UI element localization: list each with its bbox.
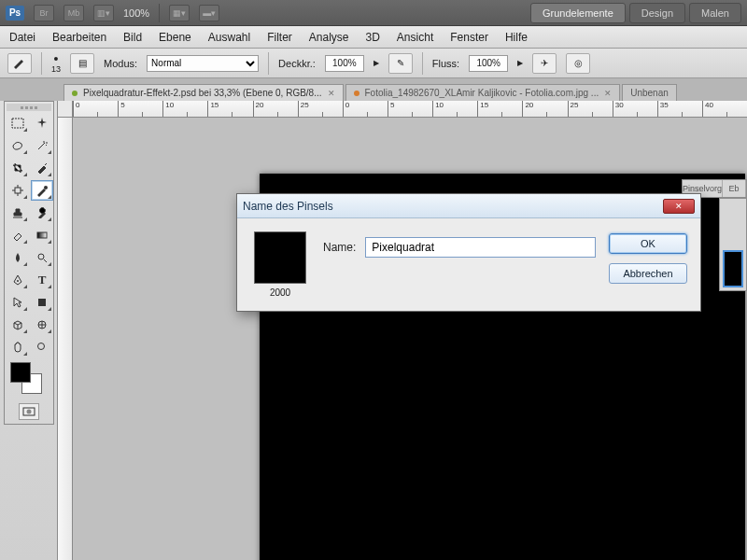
ruler-tick: 0 <box>73 101 118 117</box>
doc-tab-2[interactable]: Fotolia_14982670_XLAmir Kaljikovic - Fot… <box>345 84 621 101</box>
menu-ansicht[interactable]: Ansicht <box>397 31 433 44</box>
svg-point-5 <box>17 280 19 282</box>
document-tabs: Pixelquadratur-Effekt-2.psd bei 33,3% (E… <box>0 78 747 101</box>
menu-datei[interactable]: Datei <box>9 31 35 44</box>
cancel-button[interactable]: Abbrechen <box>609 263 687 284</box>
name-label: Name: <box>323 241 356 254</box>
brush-panel-button[interactable]: ▤ <box>70 53 94 74</box>
gradient-tool[interactable] <box>31 225 53 245</box>
layer-thumbnail[interactable] <box>723 250 743 287</box>
path-select-tool[interactable] <box>7 292 29 313</box>
ps-logo: Ps <box>6 6 24 21</box>
color-swatches <box>7 360 51 399</box>
ruler-tick: 15 <box>207 101 252 117</box>
separator <box>41 52 42 75</box>
foreground-color[interactable] <box>10 362 31 383</box>
ruler-vertical[interactable] <box>58 118 73 560</box>
ruler-tick: 10 <box>432 101 477 117</box>
toolbox: T <box>4 101 54 425</box>
doc-status-icon <box>354 91 359 96</box>
doc-tab-3[interactable]: Unbenan <box>622 84 677 101</box>
menu-bar: Datei Bearbeiten Bild Ebene Auswahl Filt… <box>0 26 747 49</box>
ruler-tick: 30 <box>613 101 657 117</box>
toolbox-grip[interactable] <box>7 104 51 111</box>
menu-bearbeiten[interactable]: Bearbeiten <box>52 31 106 44</box>
ruler-tick: 10 <box>162 101 207 117</box>
brush-name-input[interactable] <box>365 237 596 258</box>
brush-preset-picker[interactable]: • 13 <box>51 52 61 74</box>
zoom-tool[interactable] <box>31 337 53 357</box>
menu-bild[interactable]: Bild <box>123 31 142 44</box>
tablet-opacity-button[interactable]: ✎ <box>388 53 413 74</box>
eyedropper-tool[interactable] <box>31 158 53 178</box>
svg-point-10 <box>27 410 32 414</box>
wand-tool[interactable] <box>31 135 53 156</box>
ok-button[interactable]: OK <box>609 233 687 254</box>
stamp-tool[interactable] <box>7 203 29 223</box>
doc-tab-1[interactable]: Pixelquadratur-Effekt-2.psd bei 33,3% (E… <box>63 84 344 101</box>
brush-tool[interactable] <box>31 180 53 201</box>
menu-3d[interactable]: 3D <box>366 31 380 44</box>
lasso-tool[interactable] <box>7 135 29 156</box>
move-tool[interactable] <box>31 113 53 133</box>
layout-button[interactable]: ▥▾ <box>93 5 114 21</box>
brush-preview: 2000 <box>250 231 310 298</box>
brush-preview-size: 2000 <box>270 287 290 298</box>
menu-hilfe[interactable]: Hilfe <box>505 31 528 44</box>
tablet-icon: ✎ <box>397 58 404 68</box>
ruler-tick: 35 <box>657 101 702 117</box>
blur-tool[interactable] <box>7 247 29 268</box>
workspace-tab-design[interactable]: Design <box>629 3 685 23</box>
ruler-tick: 25 <box>568 101 613 117</box>
pen-tool[interactable] <box>7 270 29 290</box>
canvas-stage[interactable] <box>73 118 747 560</box>
dialog-close-button[interactable]: ✕ <box>663 199 695 214</box>
bridge-button[interactable]: Br <box>34 5 54 21</box>
3d-camera-tool[interactable] <box>31 315 53 335</box>
tool-preset-icon[interactable] <box>7 53 32 74</box>
tablet-size-button[interactable]: ◎ <box>566 53 590 74</box>
ruler-tick: 5 <box>118 101 162 117</box>
dialog-titlebar[interactable]: Name des Pinsels ✕ <box>237 194 700 218</box>
flow-input[interactable]: 100% <box>469 55 508 72</box>
crop-tool[interactable] <box>7 158 29 178</box>
eraser-tool[interactable] <box>7 225 29 245</box>
ruler-tick: 5 <box>388 101 432 117</box>
menu-analyse[interactable]: Analyse <box>309 31 349 44</box>
flow-arrow-icon[interactable]: ▶ <box>517 59 523 67</box>
quickmask-button[interactable] <box>19 403 39 420</box>
svg-rect-6 <box>38 299 46 306</box>
dialog-title-text: Name des Pinsels <box>243 200 333 213</box>
screenmode-button[interactable]: ▬▾ <box>199 5 219 21</box>
airbrush-button[interactable]: ✈ <box>532 53 557 74</box>
menu-ebene[interactable]: Ebene <box>159 31 191 44</box>
menu-fenster[interactable]: Fenster <box>450 31 488 44</box>
arrange-button[interactable]: ▦▾ <box>169 5 190 21</box>
flow-label: Fluss: <box>432 58 459 69</box>
patch-tool[interactable] <box>7 180 29 201</box>
opacity-input[interactable]: 100% <box>325 55 364 72</box>
separator <box>422 52 423 75</box>
close-icon[interactable]: ✕ <box>328 89 335 98</box>
panel-tab-ebenen[interactable]: Eb <box>723 180 746 197</box>
shape-tool[interactable] <box>31 292 53 313</box>
workspace-tab-malen[interactable]: Malen <box>689 3 741 23</box>
doc-status-icon <box>72 91 78 96</box>
separator <box>159 4 160 22</box>
workspace-tab-grundelemente[interactable]: Grundelemente <box>530 3 626 23</box>
ruler-horizontal[interactable]: 0 5 10 15 20 25 0 5 10 15 20 25 30 35 40 <box>73 101 747 118</box>
hand-tool[interactable] <box>7 337 29 357</box>
opacity-arrow-icon[interactable]: ▶ <box>374 59 379 67</box>
type-tool[interactable]: T <box>31 270 53 290</box>
menu-auswahl[interactable]: Auswahl <box>208 31 250 44</box>
mode-select[interactable]: Normal <box>147 55 259 72</box>
screen-icon: ▬▾ <box>203 8 216 18</box>
dodge-tool[interactable] <box>31 247 53 268</box>
menu-filter[interactable]: Filter <box>267 31 292 44</box>
marquee-tool[interactable] <box>7 113 29 133</box>
3d-tool[interactable] <box>7 315 29 335</box>
ruler-tick: 40 <box>702 101 747 117</box>
history-brush-tool[interactable] <box>31 203 53 223</box>
minibridge-button[interactable]: Mb <box>63 5 84 21</box>
close-icon[interactable]: ✕ <box>604 89 612 98</box>
